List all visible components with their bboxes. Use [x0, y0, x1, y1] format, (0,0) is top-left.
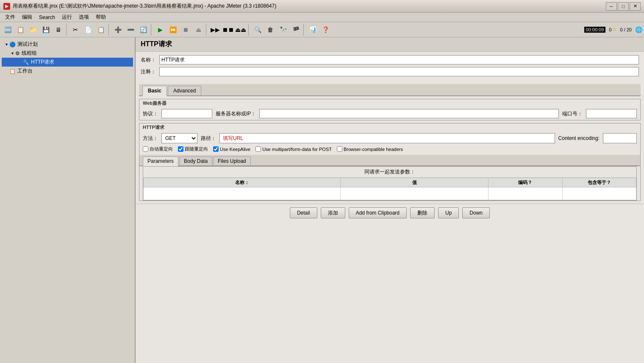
- server-input[interactable]: [259, 109, 559, 118]
- tb-start-button[interactable]: ▶: [154, 24, 166, 36]
- tree-expand-icon-tg[interactable]: ▾: [9, 51, 15, 56]
- add-button[interactable]: 添加: [321, 207, 345, 218]
- tb-clear-all-button[interactable]: 🗑: [264, 24, 276, 36]
- tree-item-http-request[interactable]: 🔧 HTTP请求: [2, 58, 133, 67]
- cb-browser-headers[interactable]: [337, 146, 342, 152]
- port-input[interactable]: [586, 109, 637, 118]
- tb-cut-button[interactable]: ✂: [69, 24, 81, 36]
- tb-shutdown-button[interactable]: ⏏: [192, 24, 204, 36]
- tb-remote-exit-button[interactable]: ⏏⏏: [235, 24, 247, 36]
- workbench-icon: 📋: [9, 68, 16, 74]
- note-input[interactable]: [159, 67, 639, 76]
- tb-help-button[interactable]: ❓: [319, 24, 331, 36]
- name-row: 名称：: [141, 55, 639, 64]
- cb-browser-headers-item[interactable]: Browser-compatible headers: [337, 146, 403, 152]
- tb-collapse-button[interactable]: ➖: [125, 24, 136, 36]
- col-include-header: 包含等于？: [562, 178, 636, 187]
- cb-multipart[interactable]: [255, 146, 261, 152]
- globe-icon: 🌐: [635, 26, 642, 33]
- delete-button[interactable]: 删除: [410, 207, 435, 218]
- workbench-label: 工作台: [17, 67, 33, 75]
- panel-header: HTTP请求: [136, 37, 644, 52]
- tab-advanced[interactable]: Advanced: [168, 86, 201, 95]
- maximize-button[interactable]: □: [618, 2, 629, 11]
- tab-basic[interactable]: Basic: [142, 86, 167, 96]
- minimize-button[interactable]: ─: [606, 2, 617, 11]
- tb-templates-button[interactable]: 📋: [14, 24, 26, 36]
- tb-save-screen-button[interactable]: 🖥: [53, 24, 64, 36]
- web-server-row: 协议： 服务器名称或IP： 端口号：: [139, 107, 640, 120]
- cb-redirect[interactable]: [143, 146, 148, 152]
- menu-edit[interactable]: 编辑: [19, 13, 36, 22]
- cb-multipart-item[interactable]: Use multipart/form-data for POST: [255, 146, 332, 152]
- tb-paste-button[interactable]: 📋: [95, 24, 107, 36]
- tb-remote-start-button[interactable]: ▶▶: [209, 24, 221, 36]
- up-button[interactable]: Up: [438, 207, 459, 218]
- tb-list-button[interactable]: 📊: [307, 24, 319, 36]
- protocol-label: 协议：: [143, 110, 158, 117]
- form-area-name: 名称： 注释：: [136, 52, 644, 82]
- add-from-clipboard-button[interactable]: Add from Clipboard: [349, 207, 407, 218]
- cb-follow-redirect[interactable]: [178, 146, 183, 152]
- menu-run[interactable]: 运行: [58, 13, 75, 22]
- cb-keepalive-label: Use KeepAlive: [220, 147, 250, 152]
- encoding-label: Content encoding:: [558, 135, 600, 141]
- path-input[interactable]: [219, 133, 555, 143]
- web-server-title: Web服务器: [139, 99, 640, 107]
- cb-follow-redirect-label: 跟随重定向: [185, 146, 208, 152]
- http-request-section: HTTP请求 方法： GET POST PUT DELETE HEAD OPTI…: [139, 123, 641, 201]
- warning-indicator: 0 ⚠: [609, 27, 616, 32]
- cb-redirect-item[interactable]: 自动重定向: [143, 146, 173, 152]
- tb-copy-button[interactable]: 📄: [82, 24, 94, 36]
- tb-remote-stop-button[interactable]: ⏹⏹: [222, 24, 234, 36]
- col-value-header: 值: [341, 178, 489, 187]
- cb-multipart-label: Use multipart/form-data for POST: [262, 147, 332, 152]
- cb-browser-headers-label: Browser-compatible headers: [344, 147, 403, 152]
- inner-tab-parameters[interactable]: Parameters: [143, 156, 178, 166]
- tb-flag-button[interactable]: 🏴: [290, 24, 302, 36]
- menu-file[interactable]: 文件: [2, 13, 19, 22]
- checkboxes-row: 自动重定向 跟随重定向 Use KeepAlive Use multipart/…: [139, 145, 640, 155]
- app-icon: ▶: [3, 3, 10, 10]
- menu-options[interactable]: 选项: [75, 13, 92, 22]
- main-layout: ▾ 🔵 测试计划 ▾ ⚙ 线程组 🔧 HTTP请求 📋 工作台: [0, 37, 644, 363]
- tree-expand-icon[interactable]: ▾: [3, 42, 9, 47]
- port-label: 端口号：: [562, 110, 583, 117]
- tb-save-button[interactable]: 💾: [40, 24, 52, 36]
- cb-follow-redirect-item[interactable]: 跟随重定向: [178, 146, 208, 152]
- method-select[interactable]: GET POST PUT DELETE HEAD OPTIONS PATCH: [161, 133, 197, 143]
- inner-tab-body-data[interactable]: Body Data: [179, 156, 212, 165]
- test-plan-label: 测试计划: [17, 41, 38, 48]
- tree-panel: ▾ 🔵 测试计划 ▾ ⚙ 线程组 🔧 HTTP请求 📋 工作台: [0, 37, 136, 363]
- server-label: 服务器名称或IP：: [216, 110, 256, 117]
- tb-open-button[interactable]: 📁: [27, 24, 39, 36]
- close-button[interactable]: ✕: [630, 2, 641, 11]
- tree-item-thread-group[interactable]: ▾ ⚙ 线程组: [2, 49, 133, 58]
- tree-item-test-plan[interactable]: ▾ 🔵 测试计划: [2, 40, 133, 49]
- down-button[interactable]: Down: [462, 207, 490, 218]
- name-input[interactable]: [159, 55, 639, 64]
- encoding-input[interactable]: [603, 133, 637, 143]
- tb-toggle-button[interactable]: 🔄: [137, 24, 149, 36]
- tb-new-button[interactable]: 🆕: [2, 24, 14, 36]
- menu-help[interactable]: 帮助: [92, 13, 109, 22]
- tb-start-no-pause-button[interactable]: ⏩: [167, 24, 179, 36]
- cb-keepalive-item[interactable]: Use KeepAlive: [213, 146, 250, 152]
- menu-search[interactable]: Search: [36, 14, 58, 21]
- menu-bar: 文件 编辑 Search 运行 选项 帮助: [0, 13, 644, 22]
- tb-expand-button[interactable]: ➕: [112, 24, 124, 36]
- inner-tab-files-upload[interactable]: Files Upload: [213, 156, 251, 165]
- main-tabs-bar: Basic Advanced: [139, 84, 641, 96]
- tb-test-search-button[interactable]: 🔍: [252, 24, 264, 36]
- tree-item-workbench[interactable]: 📋 工作台: [2, 67, 133, 75]
- detail-button[interactable]: Detail: [290, 207, 317, 218]
- name-label: 名称：: [141, 56, 156, 64]
- tb-binoculars-button[interactable]: 🔭: [277, 24, 289, 36]
- params-table-body: [144, 187, 636, 200]
- bottom-bar: Detail 添加 Add from Clipboard 删除 Up Down: [136, 204, 644, 222]
- protocol-input[interactable]: [161, 109, 212, 118]
- empty-row-1: [144, 187, 636, 200]
- tb-stop-button[interactable]: ⏹: [180, 24, 192, 36]
- warn-count: 0: [609, 27, 611, 32]
- cb-keepalive[interactable]: [213, 146, 219, 152]
